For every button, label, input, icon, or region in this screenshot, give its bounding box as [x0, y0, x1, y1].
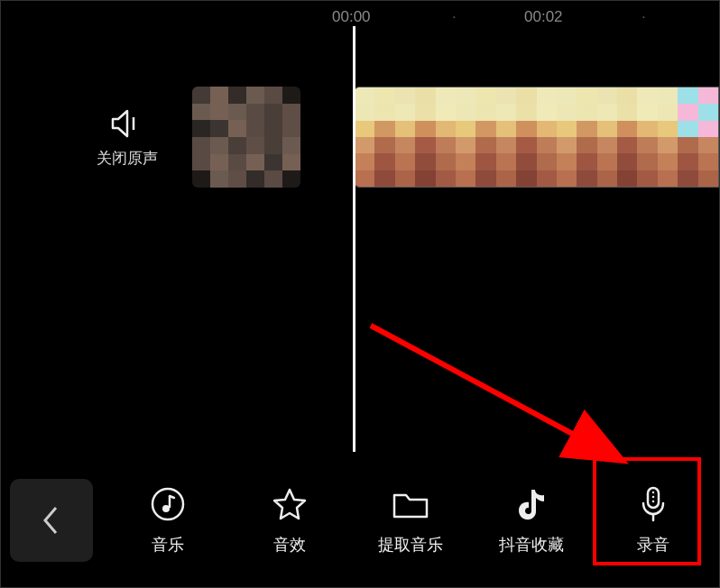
folder-icon	[392, 485, 429, 523]
sfx-button[interactable]: 音效	[239, 478, 340, 563]
bottom-toolbar: 音乐 音效 提取音乐 抖音收藏	[1, 454, 719, 587]
svg-marker-5	[274, 490, 305, 519]
speaker-icon	[91, 108, 163, 139]
mute-original-sound-button[interactable]: 关闭原声	[91, 108, 163, 169]
timeline-ruler: 00:00 · 00:02 ·	[1, 8, 719, 26]
ruler-tick: ·	[642, 8, 646, 26]
douyin-fav-label: 抖音收藏	[499, 534, 564, 556]
record-button[interactable]: 录音	[603, 478, 704, 563]
back-button[interactable]	[10, 479, 93, 562]
music-label: 音乐	[152, 534, 184, 556]
douyin-favorites-button[interactable]: 抖音收藏	[481, 478, 582, 563]
douyin-icon	[515, 485, 548, 523]
chevron-left-icon	[40, 502, 63, 538]
microphone-icon	[638, 485, 669, 523]
sfx-label: 音效	[273, 534, 306, 556]
music-note-icon	[150, 485, 186, 523]
svg-point-4	[162, 505, 170, 512]
playhead[interactable]	[353, 26, 355, 452]
mute-label: 关闭原声	[91, 148, 163, 169]
svg-line-2	[371, 326, 614, 456]
record-label: 录音	[637, 534, 669, 556]
music-button[interactable]: 音乐	[117, 478, 218, 563]
svg-point-3	[152, 489, 183, 519]
timestamp-start: 00:00	[332, 8, 371, 26]
extract-label: 提取音乐	[378, 534, 443, 556]
timestamp-marker: 00:02	[524, 8, 563, 26]
ruler-tick: ·	[452, 8, 457, 26]
star-icon	[272, 485, 308, 523]
video-clip[interactable]	[354, 87, 719, 188]
clip-thumbnail[interactable]	[192, 87, 300, 188]
extract-music-button[interactable]: 提取音乐	[360, 478, 461, 563]
